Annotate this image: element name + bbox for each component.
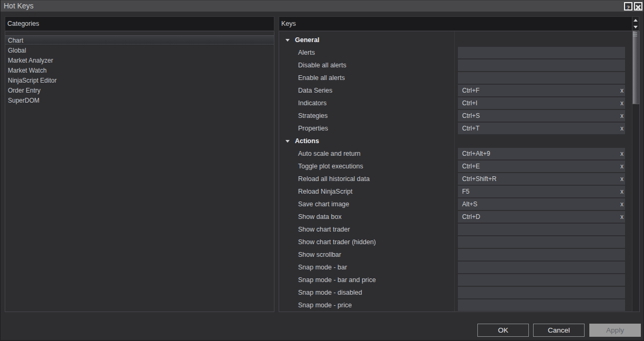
svg-text:?: ? xyxy=(627,4,630,11)
